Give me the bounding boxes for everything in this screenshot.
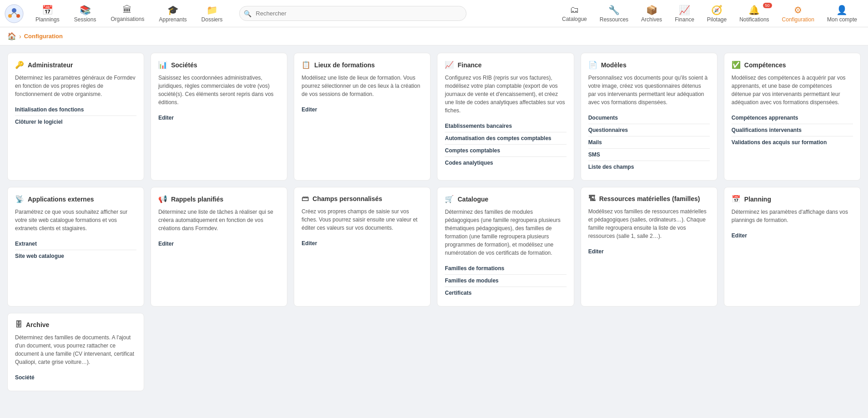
card-link-familles-de-formations[interactable]: Familles de formations	[445, 262, 566, 275]
mon-compte-icon: 👤	[836, 5, 848, 15]
card-link-editer[interactable]: Editer	[158, 112, 280, 124]
pilotage-icon: 🧭	[711, 5, 722, 15]
card-icon-competences: ✅	[732, 60, 741, 69]
card-link-certificats[interactable]: Certificats	[445, 287, 566, 299]
card-links-finance: Etablissements bancairesAutomatisation d…	[445, 120, 566, 169]
nav-catalogue-label: Catalogue	[562, 16, 587, 22]
search-icon: 🔍	[244, 10, 251, 17]
sessions-icon: 📚	[80, 5, 91, 15]
nav-catalogue[interactable]: 🗂 Catalogue	[556, 1, 593, 26]
card-link-familles-de-modules[interactable]: Familles de modules	[445, 275, 566, 287]
card-desc-lieux-formations: Modélisez une liste de lieux de formatio…	[301, 74, 423, 98]
card-desc-archive: Déterminez des familles de documents. A …	[15, 333, 136, 366]
main-content: 🔑 Administrateur Déterminez les paramètr…	[0, 45, 868, 398]
plannings-icon: 📅	[42, 5, 53, 15]
nav-notifications[interactable]: 🔔 50 Notifications	[733, 1, 775, 26]
card-link-qualifications-intervenants[interactable]: Qualifications intervenants	[732, 124, 853, 136]
nav-notifications-label: Notifications	[739, 16, 769, 23]
card-title-modeles: 📄 Modèles	[588, 60, 710, 69]
card-link-clôturer-le-logiciel[interactable]: Clôturer le logiciel	[15, 116, 136, 128]
card-icon-finance: 📈	[445, 60, 454, 69]
card-link-editer[interactable]: Editer	[158, 238, 280, 250]
organisations-icon: 🏛	[123, 5, 132, 15]
notifications-badge: 50	[763, 3, 772, 8]
nav-sessions-label: Sessions	[74, 16, 96, 23]
nav-configuration[interactable]: ⚙ Configuration	[776, 1, 821, 26]
nav-dossiers[interactable]: 📁 Dossiers	[194, 1, 230, 26]
card-rappels-planifies: 📢 Rappels planifiés Déterminez une liste…	[151, 187, 287, 307]
card-links-applications-externes: ExtranetSite web catalogue	[15, 238, 136, 262]
card-title-finance: 📈 Finance	[445, 60, 566, 69]
nav-pilotage[interactable]: 🧭 Pilotage	[701, 1, 733, 26]
nav-archives[interactable]: 📦 Archives	[635, 1, 668, 26]
card-societes: 📊 Sociétés Saisissez les coordonnées adm…	[151, 53, 287, 181]
card-link-etablissements-bancaires[interactable]: Etablissements bancaires	[445, 120, 566, 132]
nav-plannings-label: Plannings	[35, 16, 60, 23]
breadcrumb-home[interactable]: 🏠	[7, 32, 16, 40]
card-link-editer[interactable]: Editer	[301, 237, 423, 249]
card-link-sms[interactable]: SMS	[588, 149, 710, 161]
card-link-liste-des-champs[interactable]: Liste des champs	[588, 161, 710, 173]
card-link-site-web-catalogue[interactable]: Site web catalogue	[15, 250, 136, 262]
card-archive: 🗄 Archive Déterminez des familles de doc…	[7, 313, 144, 391]
card-desc-finance: Configurez vos RIB (repris sur vos factu…	[445, 74, 566, 115]
card-title-planning: 📅 Planning	[732, 195, 853, 203]
svg-point-1	[12, 8, 16, 13]
nav-apprenants[interactable]: 🎓 Apprenants	[151, 1, 194, 26]
card-desc-competences: Modélisez des compétences à acquérir par…	[732, 74, 853, 106]
card-link-codes-analytiques[interactable]: Codes analytiques	[445, 157, 566, 169]
card-ressources-materielles: 🏗 Ressources matérielles (familles) Modé…	[581, 187, 717, 307]
card-title-lieux-formations: 📋 Lieux de formations	[301, 60, 423, 69]
card-link-editer[interactable]: Editer	[732, 230, 853, 242]
card-link-automatisation-des-comptes-comptables[interactable]: Automatisation des comptes comptables	[445, 132, 566, 145]
breadcrumb: 🏠 › Configuration	[0, 27, 868, 45]
card-link-mails[interactable]: Mails	[588, 136, 710, 149]
card-desc-applications-externes: Paramétrez ce que vous souhaitez affiche…	[15, 208, 136, 232]
card-title-archive: 🗄 Archive	[15, 321, 136, 329]
nav-finance[interactable]: 📈 Finance	[668, 1, 701, 26]
card-link-documents[interactable]: Documents	[588, 112, 710, 124]
nav-plannings[interactable]: 📅 Plannings	[28, 1, 67, 26]
nav-mon-compte[interactable]: 👤 Mon compte	[821, 1, 863, 26]
card-lieux-formations: 📋 Lieux de formations Modélisez une list…	[294, 53, 431, 181]
nav-left: 📅 Plannings 📚 Sessions 🏛 Organisations 🎓…	[28, 1, 230, 26]
card-link-editer[interactable]: Editer	[588, 246, 710, 257]
card-link-extranet[interactable]: Extranet	[15, 238, 136, 250]
nav-organisations-label: Organisations	[110, 16, 144, 22]
card-links-planning: Editer	[732, 230, 853, 242]
finance-icon: 📈	[679, 5, 690, 15]
card-title-rappels-planifies: 📢 Rappels planifiés	[158, 195, 280, 203]
card-link-société[interactable]: Société	[15, 372, 136, 383]
card-link-editer[interactable]: Editer	[301, 104, 423, 116]
nav-organisations[interactable]: 🏛 Organisations	[103, 1, 151, 26]
top-navigation: 📅 Plannings 📚 Sessions 🏛 Organisations 🎓…	[0, 0, 868, 27]
card-link-compétences-apprenants[interactable]: Compétences apprenants	[732, 112, 853, 124]
nav-pilotage-label: Pilotage	[707, 16, 727, 23]
search-input[interactable]	[239, 6, 467, 21]
card-icon-planning: 📅	[732, 195, 741, 203]
card-title-societes: 📊 Sociétés	[158, 60, 280, 69]
card-catalogue: 🛒 Catalogue Déterminez des familles de m…	[437, 187, 574, 307]
nav-archives-label: Archives	[641, 16, 662, 23]
app-logo[interactable]	[5, 4, 24, 23]
card-icon-applications-externes: 📡	[15, 195, 24, 203]
nav-ressources[interactable]: 🔧 Ressources	[593, 1, 635, 26]
card-title-catalogue: 🛒 Catalogue	[445, 195, 566, 203]
card-competences: ✅ Compétences Modélisez des compétences …	[724, 53, 861, 181]
card-link-comptes-comptables[interactable]: Comptes comptables	[445, 145, 566, 157]
card-desc-planning: Déterminez les paramètres d'affichage da…	[732, 208, 853, 224]
nav-sessions[interactable]: 📚 Sessions	[67, 1, 104, 26]
card-desc-champs-personnalises: Créez vos propres champs de saisie sur v…	[301, 207, 423, 232]
card-title-administrateur: 🔑 Administrateur	[15, 60, 136, 69]
card-desc-modeles: Personnalisez vos documents pour qu'ils …	[588, 74, 710, 106]
card-links-ressources-materielles: Editer	[588, 246, 710, 257]
card-administrateur: 🔑 Administrateur Déterminez les paramètr…	[7, 53, 144, 181]
card-link-initialisation-des-fonctions[interactable]: Initialisation des fonctions	[15, 104, 136, 116]
card-link-questionnaires[interactable]: Questionnaires	[588, 124, 710, 136]
apprenants-icon: 🎓	[167, 5, 179, 15]
card-links-administrateur: Initialisation des fonctionsClôturer le …	[15, 104, 136, 128]
card-link-validations-des-acquis-sur-formation[interactable]: Validations des acquis sur formation	[732, 136, 853, 148]
card-links-competences: Compétences apprenantsQualifications int…	[732, 112, 853, 148]
card-title-ressources-materielles: 🏗 Ressources matérielles (familles)	[588, 195, 710, 203]
card-title-applications-externes: 📡 Applications externes	[15, 195, 136, 203]
